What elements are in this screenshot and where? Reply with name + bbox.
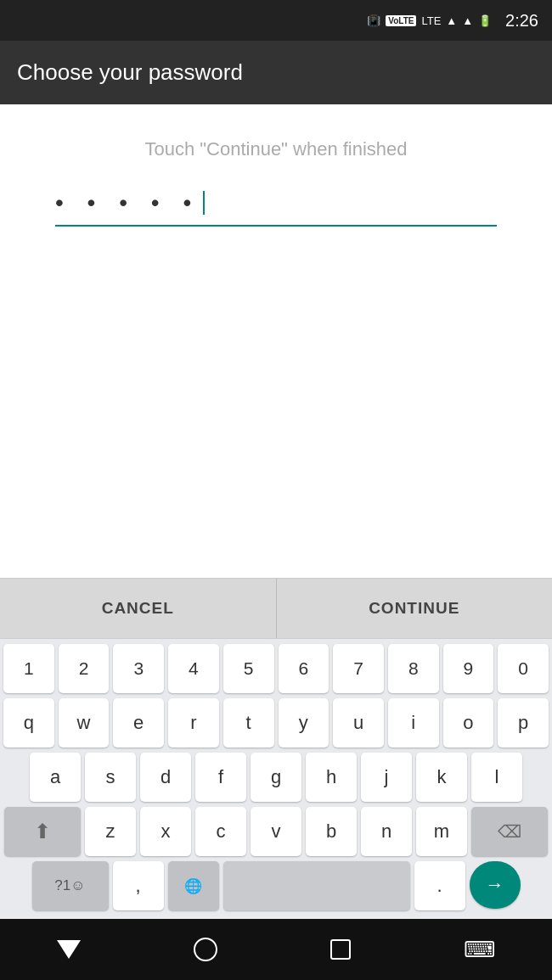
key-e[interactable]: e [113, 698, 164, 748]
globe-key[interactable]: 🌐 [168, 861, 219, 910]
key-o[interactable]: o [443, 698, 494, 748]
key-2[interactable]: 2 [59, 644, 110, 693]
period-key[interactable]: . [414, 861, 465, 910]
globe-icon: 🌐 [184, 877, 202, 895]
main-content: Touch "Continue" when finished • • • • •… [0, 104, 552, 639]
key-q[interactable]: q [3, 698, 54, 748]
key-3[interactable]: 3 [113, 644, 164, 693]
symbols-key[interactable]: ?1☺ [32, 861, 109, 910]
key-y[interactable]: y [279, 698, 330, 748]
space-key[interactable] [223, 861, 410, 910]
cancel-button[interactable]: CANCEL [0, 579, 277, 638]
key-s[interactable]: s [85, 753, 136, 802]
key-g[interactable]: g [251, 753, 301, 802]
page-title: Choose your password [17, 59, 243, 85]
dot-3: • [119, 189, 136, 216]
status-icons: 📳 VoLTE LTE ▲ ▲ 🔋 [367, 14, 492, 27]
password-field[interactable]: • • • • • [55, 186, 497, 227]
key-i[interactable]: i [388, 698, 439, 748]
symbols-label: ?1☺ [54, 877, 85, 894]
recents-button[interactable] [330, 939, 351, 960]
key-c[interactable]: c [195, 807, 246, 856]
shift-key[interactable]: ⬆ [4, 807, 81, 856]
key-d[interactable]: d [140, 753, 191, 802]
keyboard-row-bottom: ?1☺ , 🌐 . → [3, 861, 549, 910]
key-a[interactable]: a [30, 753, 81, 802]
dot-1: • [55, 189, 72, 216]
key-n[interactable]: n [361, 807, 412, 856]
status-bar: 📳 VoLTE LTE ▲ ▲ 🔋 2:26 [0, 0, 552, 41]
key-x[interactable]: x [140, 807, 191, 856]
key-4[interactable]: 4 [168, 644, 219, 693]
back-button[interactable] [57, 940, 81, 959]
key-j[interactable]: j [361, 753, 412, 802]
keyboard: 1 2 3 4 5 6 7 8 9 0 q w e r t y u i o p … [0, 639, 552, 919]
key-h[interactable]: h [306, 753, 357, 802]
instruction-text: Touch "Continue" when finished [144, 138, 407, 160]
key-9[interactable]: 9 [443, 644, 494, 693]
backspace-key[interactable]: ⌫ [471, 807, 548, 856]
nav-bar: ⌨ [0, 919, 552, 980]
dot-2: • [87, 189, 104, 216]
lte-label: LTE [421, 14, 441, 27]
key-r[interactable]: r [168, 698, 219, 748]
key-b[interactable]: b [306, 807, 357, 856]
key-5[interactable]: 5 [223, 644, 274, 693]
backspace-icon: ⌫ [498, 821, 521, 842]
key-8[interactable]: 8 [388, 644, 439, 693]
signal-icon: ▲ [446, 14, 457, 27]
password-dots: • • • • • [55, 186, 497, 227]
signal-icon-2: ▲ [462, 14, 473, 27]
volte-badge: VoLTE [386, 15, 416, 26]
key-f[interactable]: f [195, 753, 246, 802]
status-time: 2:26 [505, 11, 538, 31]
key-7[interactable]: 7 [333, 644, 384, 693]
key-l[interactable]: l [471, 753, 522, 802]
continue-button[interactable]: CONTINUE [277, 579, 553, 638]
enter-icon: → [486, 874, 504, 896]
battery-icon: 🔋 [478, 14, 492, 27]
comma-key[interactable]: , [113, 861, 164, 910]
text-cursor [203, 191, 205, 215]
key-m[interactable]: m [416, 807, 467, 856]
key-w[interactable]: w [59, 698, 110, 748]
key-p[interactable]: p [498, 698, 549, 748]
key-1[interactable]: 1 [3, 644, 54, 693]
key-0[interactable]: 0 [498, 644, 549, 693]
key-v[interactable]: v [251, 807, 301, 856]
vibrate-icon: 📳 [367, 14, 380, 27]
shift-icon: ⬆ [34, 820, 51, 843]
home-button[interactable] [194, 938, 217, 961]
keyboard-row-q: q w e r t y u i o p [3, 698, 549, 748]
dot-4: • [151, 189, 168, 216]
key-u[interactable]: u [333, 698, 384, 748]
action-buttons: CANCEL CONTINUE [0, 578, 552, 639]
header: Choose your password [0, 41, 552, 104]
dot-5: • [183, 189, 200, 216]
key-6[interactable]: 6 [279, 644, 330, 693]
keyboard-row-numbers: 1 2 3 4 5 6 7 8 9 0 [3, 644, 549, 693]
keyboard-icon[interactable]: ⌨ [464, 937, 496, 963]
keyboard-row-z: ⬆ z x c v b n m ⌫ [3, 807, 549, 856]
key-z[interactable]: z [85, 807, 136, 856]
key-k[interactable]: k [416, 753, 467, 802]
key-t[interactable]: t [223, 698, 274, 748]
keyboard-row-a: a s d f g h j k l [3, 753, 549, 802]
enter-key[interactable]: → [470, 861, 521, 909]
